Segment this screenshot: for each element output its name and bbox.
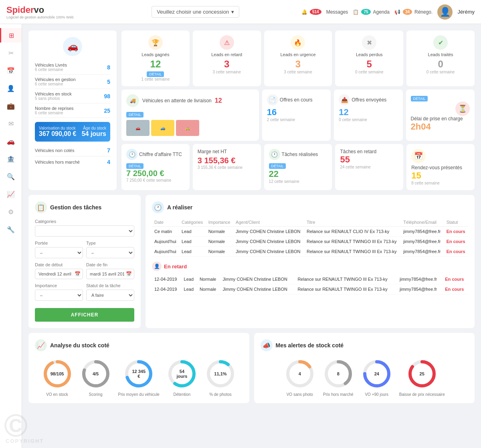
- app-layout: ⊞ ✂ 📅 👤 💼 ✉ 🚗 🏦 🔍 📈 ⚙ 🔧 🚗 Véhicules Livr…: [0, 24, 481, 448]
- lead-value-gagnes: 12: [126, 59, 185, 70]
- cell-titre: Relance sur RENAULT TWINGO III Ex 713-ky: [295, 274, 397, 284]
- lead-value-retard: 3: [198, 59, 256, 70]
- late-icon: 👤: [152, 262, 162, 271]
- donut-wrapper: 25: [406, 358, 438, 390]
- lead-value-perdus: 5: [340, 59, 398, 70]
- donut-item: 4/5 Scoring: [80, 358, 112, 397]
- importance-select[interactable]: –: [35, 290, 83, 301]
- ca-icon: 🕐: [126, 149, 137, 160]
- sidebar-item-chart[interactable]: 📈: [4, 187, 18, 201]
- lead-title-retard: Leads en retard: [198, 52, 256, 57]
- lead-sub-perdus: 0 cette semaine: [340, 70, 398, 74]
- concession-dropdown[interactable]: Veuillez choisir une concession ▾: [152, 6, 239, 18]
- sidebar-item-car[interactable]: 🚗: [4, 134, 18, 148]
- vehicules-reprises-sub: 6 cette semaine: [35, 111, 74, 115]
- ca-sub: 7 250,00 € cette semaine: [126, 178, 185, 182]
- taches-realisees-card: 🕐 Tâches réalisées DÉTAIL 22 12 cette se…: [264, 144, 332, 190]
- delivery-img-1: 🚗: [126, 120, 150, 136]
- sidebar-item-dashboard[interactable]: ⊞: [0, 28, 22, 43]
- portee-select[interactable]: –: [35, 247, 83, 258]
- renego-badge[interactable]: 📢 34 Rénego.: [394, 9, 433, 15]
- donut-label: Scoring: [89, 392, 103, 397]
- cell-email: jimmy7854@free.fr: [401, 237, 444, 247]
- chevron-down-icon: ▾: [231, 9, 234, 15]
- donut-wrapper: 98/105: [41, 358, 73, 390]
- lead-sub-traites: 0 cette semaine: [411, 70, 470, 74]
- donut-wrapper: 8: [322, 358, 354, 390]
- delai-value: 2h04: [411, 122, 470, 132]
- calendar-icon-end: 📅: [126, 271, 132, 277]
- donut-value: 11,1%: [214, 371, 226, 376]
- donut-label: Prix hors marché: [323, 392, 354, 397]
- avatar[interactable]: 👤: [437, 4, 453, 20]
- sidebar-item-tools[interactable]: ✂: [4, 46, 18, 60]
- statut-select[interactable]: A faire: [86, 290, 134, 301]
- lead-title-perdus: Leads perdus: [340, 52, 398, 57]
- logo-subtitle: Logiciel de gestion automobile 100% Web: [6, 15, 73, 19]
- donut-wrapper: 4: [284, 358, 316, 390]
- donut-item: 8 Prix hors marché: [322, 358, 354, 397]
- rdv-sub: 8 cette semaine: [411, 181, 470, 185]
- vehicules-gestion-sub: 6 cette semaine: [35, 82, 76, 86]
- donut-value: 4/5: [93, 371, 99, 376]
- sidebar: ⊞ ✂ 📅 👤 💼 ✉ 🚗 🏦 🔍 📈 ⚙ 🔧: [0, 24, 22, 448]
- logo-text: Spidervo: [6, 5, 73, 15]
- col-categories: Catégories: [179, 218, 206, 227]
- donut-item: 11,1% % de photos: [204, 358, 236, 397]
- renego-count: 34: [403, 9, 412, 15]
- cell-statut: En cours: [444, 237, 468, 247]
- notifications-badge[interactable]: 🔔 514: [301, 9, 321, 15]
- delai-card: DÉTAIL ⏳ Délai de prise en charge 2h04: [406, 89, 475, 141]
- dates-row: Date de début 📅 Date de fin 📅: [35, 262, 134, 283]
- agenda-badge[interactable]: 📋 75 Agenda: [353, 9, 390, 15]
- sidebar-item-briefcase[interactable]: 💼: [4, 99, 18, 113]
- sidebar-item-person[interactable]: 👤: [4, 81, 18, 95]
- delivery-detail[interactable]: DÉTAIL: [126, 112, 143, 118]
- sidebar-item-mail[interactable]: ✉: [4, 116, 18, 131]
- late-section-title: 👤 En retard: [152, 262, 468, 271]
- type-select[interactable]: –: [86, 247, 134, 258]
- cell-importance: Normale: [206, 247, 233, 257]
- table-row: 12-04-2019 Lead Normale Jimmy COHEN Chri…: [152, 274, 468, 284]
- messages-badge[interactable]: Messages: [326, 9, 348, 15]
- hors-marche-value: 4: [107, 159, 110, 165]
- donut-label: VO +90 jours: [365, 392, 388, 397]
- table-row: 12-04-2019 Lead Normale Jimmy COHEN Chri…: [152, 284, 468, 294]
- col-email: Téléphone/Email: [401, 218, 444, 227]
- lead-icon-urgence: 🔥: [291, 35, 305, 50]
- sidebar-item-wrench[interactable]: 🔧: [4, 222, 18, 237]
- portee-label: Portée: [35, 241, 83, 245]
- vehicules-livres-sub: 6 cette semaine: [35, 67, 67, 72]
- analyse-stock-card: 📈 Analyse du stock coté 98/105 VO en sto…: [28, 333, 249, 403]
- col-date: Date: [152, 218, 179, 227]
- categories-select[interactable]: [35, 225, 134, 237]
- rdv-card: 📅 Rendez-vous présentés 15 8 cette semai…: [406, 144, 475, 190]
- date-fin-group: Date de fin 📅: [86, 262, 134, 279]
- cell-statut: En cours: [444, 247, 468, 257]
- sidebar-item-settings[interactable]: ⚙: [4, 205, 18, 219]
- portee-type-row: Portée – Type –: [35, 241, 134, 262]
- rdv-title: Rendez-vous présentés: [411, 165, 470, 170]
- offres-cours-icon: 📄: [267, 94, 278, 105]
- cell-statut: En cours: [444, 227, 468, 237]
- col-titre: Titre: [304, 218, 401, 227]
- cell-categorie: Lead: [179, 237, 206, 247]
- concession-label: Veuillez choisir une concession: [157, 9, 229, 15]
- afficher-button[interactable]: AFFICHER: [35, 308, 134, 322]
- todo-title: 🕐 A réaliser: [152, 201, 468, 213]
- todo-table-retard: 12-04-2019 Lead Normale Jimmy COHEN Chri…: [152, 274, 468, 294]
- ca-detail[interactable]: DÉTAIL: [126, 163, 143, 169]
- sidebar-item-bank[interactable]: 🏦: [4, 152, 18, 166]
- sidebar-item-search-people[interactable]: 🔍: [4, 169, 18, 184]
- hors-marche-label: Véhicules hors marché: [35, 160, 80, 164]
- non-cotes-value: 7: [107, 147, 110, 154]
- todo-panel: 🕐 A réaliser Date Catégories Importance …: [146, 195, 475, 328]
- table-row: Aujourd'hui Lead Normale Jimmy COHEN Chr…: [152, 247, 468, 257]
- lead-icon-traites: ✔: [433, 35, 448, 50]
- cell-agent: Jimmy COHEN Christine LEBON: [220, 284, 295, 294]
- lead-detail-gagnes[interactable]: DÉTAIL: [147, 71, 164, 77]
- lead-icon-perdus: ✖: [362, 35, 376, 50]
- sidebar-item-calendar[interactable]: 📅: [4, 63, 18, 78]
- delai-detail[interactable]: DÉTAIL: [411, 96, 428, 101]
- taches-realisees-detail[interactable]: DÉTAIL: [269, 163, 286, 169]
